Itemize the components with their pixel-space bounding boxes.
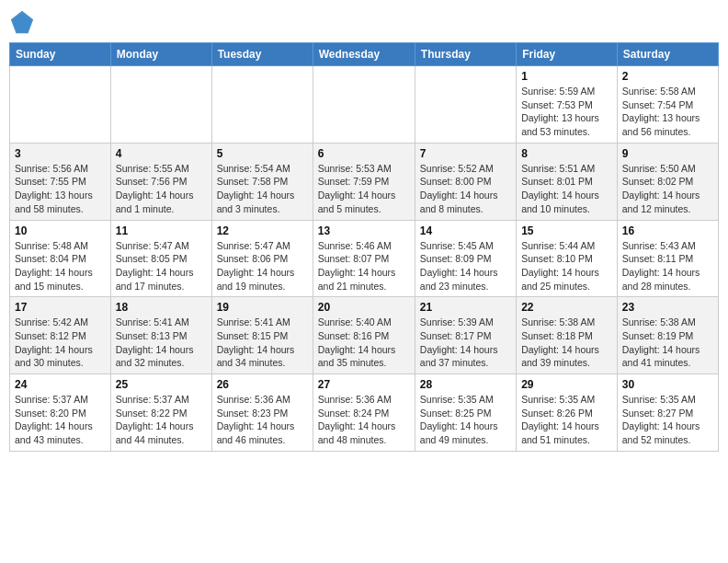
day-info: Sunrise: 5:41 AMSunset: 8:15 PMDaylight:… (217, 316, 308, 370)
calendar-cell: 30Sunrise: 5:35 AMSunset: 8:27 PMDayligh… (617, 374, 718, 452)
day-info: Sunrise: 5:38 AMSunset: 8:18 PMDaylight:… (521, 316, 612, 370)
day-number: 3 (15, 147, 106, 160)
day-info: Sunrise: 5:36 AMSunset: 8:24 PMDaylight:… (318, 393, 410, 447)
calendar-cell (10, 66, 111, 144)
weekday-header: Monday (110, 43, 211, 66)
weekday-header: Saturday (617, 43, 718, 66)
calendar-cell: 29Sunrise: 5:35 AMSunset: 8:26 PMDayligh… (517, 374, 618, 452)
day-info: Sunrise: 5:45 AMSunset: 8:09 PMDaylight:… (420, 239, 511, 293)
weekday-header: Friday (517, 43, 618, 66)
calendar-cell: 15Sunrise: 5:44 AMSunset: 8:10 PMDayligh… (517, 220, 618, 297)
day-info: Sunrise: 5:46 AMSunset: 8:07 PMDaylight:… (318, 239, 410, 293)
day-info: Sunrise: 5:51 AMSunset: 8:01 PMDaylight:… (521, 162, 612, 216)
calendar-cell: 8Sunrise: 5:51 AMSunset: 8:01 PMDaylight… (517, 143, 618, 220)
day-number: 19 (217, 301, 308, 314)
calendar-cell: 6Sunrise: 5:53 AMSunset: 7:59 PMDaylight… (313, 143, 415, 220)
calendar-week-row: 17Sunrise: 5:42 AMSunset: 8:12 PMDayligh… (10, 297, 719, 374)
day-info: Sunrise: 5:35 AMSunset: 8:27 PMDaylight:… (622, 393, 713, 447)
calendar-cell: 2Sunrise: 5:58 AMSunset: 7:54 PMDaylight… (617, 66, 718, 144)
calendar-cell: 26Sunrise: 5:36 AMSunset: 8:23 PMDayligh… (211, 374, 313, 452)
calendar-cell: 27Sunrise: 5:36 AMSunset: 8:24 PMDayligh… (313, 374, 415, 452)
calendar-cell: 1Sunrise: 5:59 AMSunset: 7:53 PMDaylight… (517, 66, 618, 144)
day-info: Sunrise: 5:59 AMSunset: 7:53 PMDaylight:… (521, 85, 612, 139)
day-info: Sunrise: 5:41 AMSunset: 8:13 PMDaylight:… (116, 316, 207, 370)
day-info: Sunrise: 5:44 AMSunset: 8:10 PMDaylight:… (521, 239, 612, 293)
day-number: 28 (420, 378, 511, 391)
calendar-cell: 18Sunrise: 5:41 AMSunset: 8:13 PMDayligh… (110, 297, 211, 374)
calendar-cell: 16Sunrise: 5:43 AMSunset: 8:11 PMDayligh… (617, 220, 718, 297)
calendar-cell: 25Sunrise: 5:37 AMSunset: 8:22 PMDayligh… (110, 374, 211, 452)
calendar-cell: 13Sunrise: 5:46 AMSunset: 8:07 PMDayligh… (313, 220, 415, 297)
day-number: 15 (521, 224, 612, 237)
weekday-header: Tuesday (211, 43, 313, 66)
calendar-cell: 20Sunrise: 5:40 AMSunset: 8:16 PMDayligh… (313, 297, 415, 374)
calendar-cell: 22Sunrise: 5:38 AMSunset: 8:18 PMDayligh… (517, 297, 618, 374)
day-info: Sunrise: 5:47 AMSunset: 8:06 PMDaylight:… (217, 239, 308, 293)
day-number: 11 (116, 224, 207, 237)
day-info: Sunrise: 5:56 AMSunset: 7:55 PMDaylight:… (15, 162, 106, 216)
day-number: 9 (622, 147, 713, 160)
logo (9, 9, 39, 35)
day-number: 1 (521, 70, 612, 83)
logo-icon (9, 9, 35, 35)
day-info: Sunrise: 5:43 AMSunset: 8:11 PMDaylight:… (622, 239, 713, 293)
day-number: 24 (15, 378, 106, 391)
day-info: Sunrise: 5:35 AMSunset: 8:25 PMDaylight:… (420, 393, 511, 447)
calendar-cell: 24Sunrise: 5:37 AMSunset: 8:20 PMDayligh… (10, 374, 111, 452)
day-number: 13 (318, 224, 410, 237)
calendar-cell: 23Sunrise: 5:38 AMSunset: 8:19 PMDayligh… (617, 297, 718, 374)
day-info: Sunrise: 5:53 AMSunset: 7:59 PMDaylight:… (318, 162, 410, 216)
day-info: Sunrise: 5:52 AMSunset: 8:00 PMDaylight:… (420, 162, 511, 216)
page-header (9, 9, 719, 35)
day-number: 22 (521, 301, 612, 314)
calendar-cell (211, 66, 313, 144)
calendar-cell: 17Sunrise: 5:42 AMSunset: 8:12 PMDayligh… (10, 297, 111, 374)
day-number: 16 (622, 224, 713, 237)
day-number: 14 (420, 224, 511, 237)
calendar-header-row: SundayMondayTuesdayWednesdayThursdayFrid… (10, 43, 719, 66)
day-number: 10 (15, 224, 106, 237)
calendar-cell: 14Sunrise: 5:45 AMSunset: 8:09 PMDayligh… (415, 220, 516, 297)
day-info: Sunrise: 5:36 AMSunset: 8:23 PMDaylight:… (217, 393, 308, 447)
day-info: Sunrise: 5:37 AMSunset: 8:20 PMDaylight:… (15, 393, 106, 447)
day-info: Sunrise: 5:50 AMSunset: 8:02 PMDaylight:… (622, 162, 713, 216)
day-number: 12 (217, 224, 308, 237)
day-number: 17 (15, 301, 106, 314)
weekday-header: Wednesday (313, 43, 415, 66)
weekday-header: Sunday (10, 43, 111, 66)
day-info: Sunrise: 5:42 AMSunset: 8:12 PMDaylight:… (15, 316, 106, 370)
day-number: 6 (318, 147, 410, 160)
calendar-cell: 9Sunrise: 5:50 AMSunset: 8:02 PMDaylight… (617, 143, 718, 220)
calendar-cell (415, 66, 516, 144)
day-info: Sunrise: 5:48 AMSunset: 8:04 PMDaylight:… (15, 239, 106, 293)
day-number: 8 (521, 147, 612, 160)
day-number: 21 (420, 301, 511, 314)
calendar-cell: 4Sunrise: 5:55 AMSunset: 7:56 PMDaylight… (110, 143, 211, 220)
day-number: 23 (622, 301, 713, 314)
day-info: Sunrise: 5:55 AMSunset: 7:56 PMDaylight:… (116, 162, 207, 216)
day-info: Sunrise: 5:35 AMSunset: 8:26 PMDaylight:… (521, 393, 612, 447)
day-number: 27 (318, 378, 410, 391)
calendar-week-row: 3Sunrise: 5:56 AMSunset: 7:55 PMDaylight… (10, 143, 719, 220)
day-info: Sunrise: 5:38 AMSunset: 8:19 PMDaylight:… (622, 316, 713, 370)
day-info: Sunrise: 5:39 AMSunset: 8:17 PMDaylight:… (420, 316, 511, 370)
day-number: 4 (116, 147, 207, 160)
day-info: Sunrise: 5:37 AMSunset: 8:22 PMDaylight:… (116, 393, 207, 447)
day-number: 30 (622, 378, 713, 391)
calendar-week-row: 1Sunrise: 5:59 AMSunset: 7:53 PMDaylight… (10, 66, 719, 144)
day-number: 25 (116, 378, 207, 391)
calendar-table: SundayMondayTuesdayWednesdayThursdayFrid… (9, 42, 719, 452)
day-info: Sunrise: 5:40 AMSunset: 8:16 PMDaylight:… (318, 316, 410, 370)
calendar-cell: 10Sunrise: 5:48 AMSunset: 8:04 PMDayligh… (10, 220, 111, 297)
calendar-week-row: 10Sunrise: 5:48 AMSunset: 8:04 PMDayligh… (10, 220, 719, 297)
day-info: Sunrise: 5:58 AMSunset: 7:54 PMDaylight:… (622, 85, 713, 139)
calendar-cell: 28Sunrise: 5:35 AMSunset: 8:25 PMDayligh… (415, 374, 516, 452)
day-info: Sunrise: 5:54 AMSunset: 7:58 PMDaylight:… (217, 162, 308, 216)
day-number: 5 (217, 147, 308, 160)
day-number: 18 (116, 301, 207, 314)
calendar-cell: 11Sunrise: 5:47 AMSunset: 8:05 PMDayligh… (110, 220, 211, 297)
day-number: 26 (217, 378, 308, 391)
day-number: 29 (521, 378, 612, 391)
calendar-week-row: 24Sunrise: 5:37 AMSunset: 8:20 PMDayligh… (10, 374, 719, 452)
calendar-cell: 3Sunrise: 5:56 AMSunset: 7:55 PMDaylight… (10, 143, 111, 220)
